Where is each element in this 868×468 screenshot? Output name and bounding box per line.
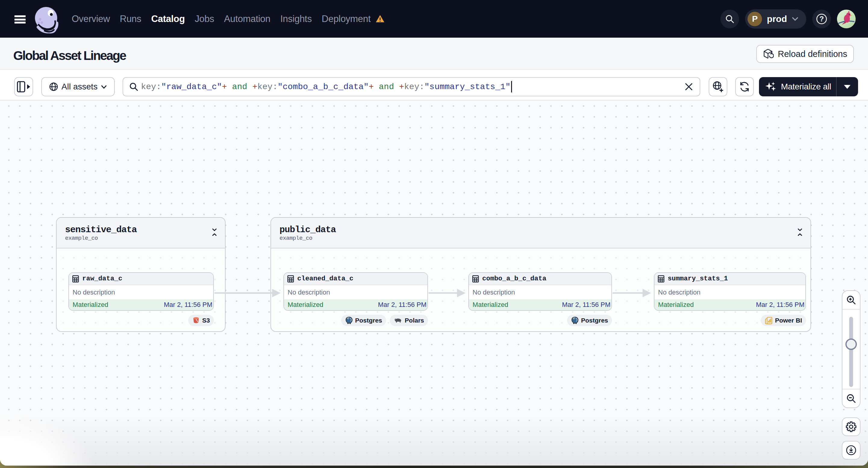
svg-text:?: ? [819,15,824,23]
